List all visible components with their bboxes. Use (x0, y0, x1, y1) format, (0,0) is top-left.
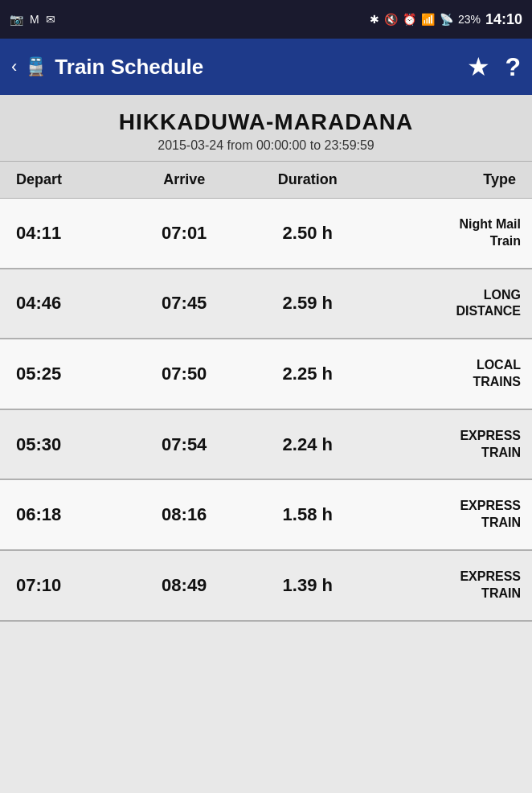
depart-time: 06:18 (0, 479, 129, 550)
clock: 14:10 (485, 11, 522, 28)
email-icon: ✉ (46, 13, 55, 26)
train-type: Night Mail Train (376, 199, 532, 269)
help-button[interactable]: ? (505, 52, 521, 82)
arrive-time: 07:01 (129, 199, 239, 269)
duration: 1.58 h (239, 479, 376, 550)
schedule-table: Depart Arrive Duration Type 04:1107:012.… (0, 161, 532, 622)
depart-time: 05:25 (0, 339, 129, 409)
table-row[interactable]: 05:2507:502.25 hLOCAL TRAINS (0, 339, 532, 409)
col-depart: Depart (0, 162, 129, 199)
duration: 1.39 h (239, 550, 376, 621)
content-area: HIKKADUWA-MARADANA 2015-03-24 from 00:00… (0, 95, 532, 622)
train-type: LOCAL TRAINS (376, 339, 532, 409)
nav-right: ★ ? (467, 51, 521, 82)
screen-icon: 📷 (10, 13, 23, 26)
arrive-time: 08:49 (129, 550, 239, 621)
route-date: 2015-03-24 from 00:00:00 to 23:59:59 (8, 138, 524, 153)
status-bar-right: ✱ 🔇 ⏰ 📶 📡 23% 14:10 (370, 11, 522, 28)
wifi-icon: 📶 (421, 13, 435, 26)
duration: 2.25 h (239, 339, 376, 409)
table-row[interactable]: 04:4607:452.59 hLONG DISTANCE (0, 269, 532, 339)
depart-time: 07:10 (0, 550, 129, 621)
duration: 2.50 h (239, 199, 376, 269)
status-bar-left: 📷 M ✉ (10, 13, 55, 26)
depart-time: 04:46 (0, 269, 129, 339)
nav-left: ‹ 🚆 Train Schedule (11, 55, 203, 80)
duration: 2.24 h (239, 409, 376, 480)
train-type: EXPRESS TRAIN (376, 550, 532, 621)
col-duration: Duration (239, 162, 376, 199)
route-title: HIKKADUWA-MARADANA (8, 109, 524, 135)
table-header: Depart Arrive Duration Type (0, 162, 532, 199)
alarm-icon: ⏰ (403, 13, 416, 26)
page-title: Train Schedule (55, 55, 203, 80)
arrive-time: 07:45 (129, 269, 239, 339)
favorite-button[interactable]: ★ (467, 51, 490, 82)
table-row[interactable]: 07:1008:491.39 hEXPRESS TRAIN (0, 550, 532, 621)
train-icon: 🚆 (25, 56, 47, 77)
route-header: HIKKADUWA-MARADANA 2015-03-24 from 00:00… (0, 95, 532, 161)
table-row[interactable]: 05:3007:542.24 hEXPRESS TRAIN (0, 409, 532, 480)
nav-bar: ‹ 🚆 Train Schedule ★ ? (0, 39, 532, 95)
duration: 2.59 h (239, 269, 376, 339)
arrive-time: 07:50 (129, 339, 239, 409)
table-row[interactable]: 04:1107:012.50 hNight Mail Train (0, 199, 532, 269)
signal-icon: 📡 (440, 13, 453, 26)
train-type: EXPRESS TRAIN (376, 409, 532, 480)
depart-time: 04:11 (0, 199, 129, 269)
col-type: Type (376, 162, 532, 199)
mute-icon: 🔇 (384, 13, 398, 26)
battery-level: 23% (458, 13, 481, 26)
train-type: EXPRESS TRAIN (376, 479, 532, 550)
bluetooth-icon: ✱ (370, 13, 379, 26)
train-type: LONG DISTANCE (376, 269, 532, 339)
col-arrive: Arrive (129, 162, 239, 199)
gmail-icon: M (30, 13, 39, 26)
status-bar: 📷 M ✉ ✱ 🔇 ⏰ 📶 📡 23% 14:10 (0, 0, 532, 39)
depart-time: 05:30 (0, 409, 129, 480)
table-row[interactable]: 06:1808:161.58 hEXPRESS TRAIN (0, 479, 532, 550)
arrive-time: 07:54 (129, 409, 239, 480)
arrive-time: 08:16 (129, 479, 239, 550)
back-button[interactable]: ‹ (11, 56, 17, 77)
